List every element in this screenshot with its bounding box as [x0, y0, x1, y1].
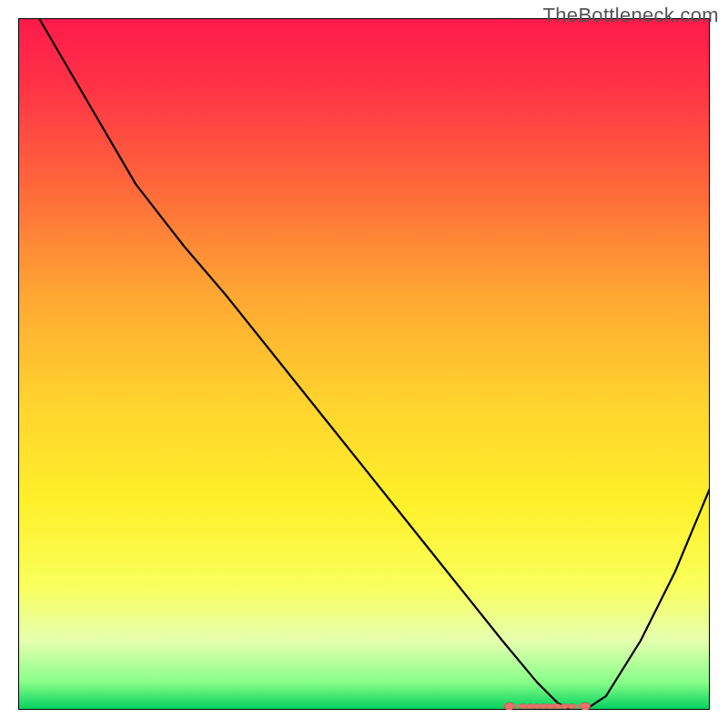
chart-svg [18, 18, 710, 710]
watermark-text: TheBottleneck.com [543, 4, 719, 27]
svg-rect-10 [510, 704, 586, 709]
chart-background [18, 18, 710, 710]
bottleneck-chart [18, 18, 710, 710]
